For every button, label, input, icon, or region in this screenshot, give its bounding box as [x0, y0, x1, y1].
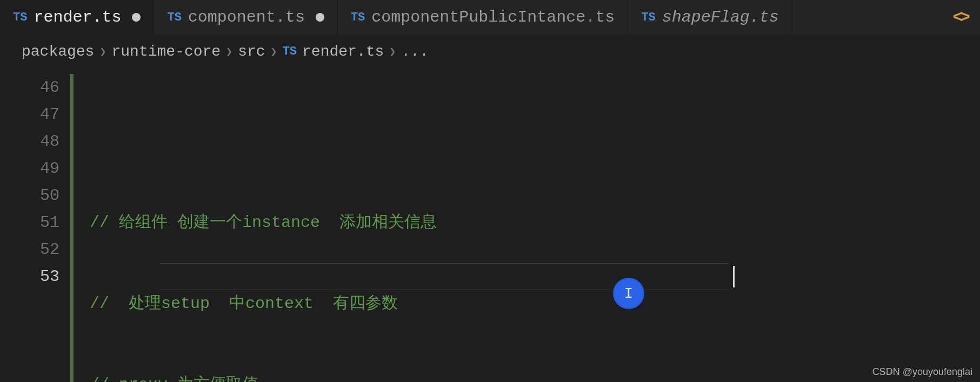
chevron-right-icon: ❯	[389, 45, 396, 58]
tab-label: shapeFlag.ts	[662, 8, 779, 26]
chevron-right-icon: ❯	[99, 45, 106, 58]
code-line: // 给组件 创建一个instance 添加相关信息	[90, 213, 437, 232]
line-number: 53	[0, 263, 59, 290]
breadcrumb-file[interactable]: render.ts	[302, 43, 384, 60]
tab-render[interactable]: TS render.ts	[0, 0, 154, 35]
tab-component[interactable]: TS component.ts	[154, 0, 337, 35]
ts-icon: TS	[283, 45, 297, 58]
text-caret	[733, 266, 735, 287]
code-line: // proxy 为方便取值	[90, 376, 258, 382]
chevron-right-icon: ❯	[271, 45, 277, 58]
line-number: 49	[0, 155, 59, 182]
modified-dot-icon	[316, 13, 324, 22]
line-number: 48	[0, 128, 59, 155]
breadcrumb-part[interactable]: src	[238, 43, 265, 60]
line-number: 47	[0, 101, 59, 128]
breadcrumb[interactable]: packages ❯ runtime-core ❯ src ❯ TS rende…	[0, 35, 980, 69]
chevron-right-icon: ❯	[226, 45, 232, 58]
breadcrumb-part[interactable]: runtime-core	[111, 43, 221, 60]
line-number: 46	[0, 74, 59, 101]
tab-label: componentPublicIntance.ts	[371, 8, 615, 26]
ts-icon: TS	[641, 11, 655, 24]
ts-icon: TS	[13, 11, 27, 24]
ts-icon: TS	[351, 11, 365, 24]
cursor-highlight-icon: I	[613, 278, 644, 309]
line-number: 51	[0, 209, 59, 236]
code-area[interactable]: // 给组件 创建一个instance 添加相关信息 // 处理setup 中c…	[90, 74, 729, 382]
watermark: CSDN @youyoufenglai	[872, 366, 972, 378]
breadcrumb-part[interactable]: packages	[22, 43, 94, 60]
code-tag-icon[interactable]: <>	[953, 8, 967, 28]
tab-label: component.ts	[188, 8, 305, 26]
modified-dot-icon	[132, 13, 141, 22]
line-number: 50	[0, 182, 59, 209]
editor[interactable]: 46 47 48 49 50 51 52 53 // 给组件 创建一个insta…	[0, 69, 980, 382]
tab-bar: TS render.ts TS component.ts TS componen…	[0, 0, 980, 35]
breadcrumb-more[interactable]: ...	[401, 43, 428, 60]
ts-icon: TS	[167, 11, 181, 24]
tab-component-public-instance[interactable]: TS componentPublicIntance.ts	[338, 0, 628, 35]
tab-actions: <>	[940, 0, 980, 35]
tab-shapeflag[interactable]: TS shapeFlag.ts	[628, 0, 792, 35]
line-number: 52	[0, 236, 59, 263]
line-gutter: 46 47 48 49 50 51 52 53	[0, 74, 70, 382]
tab-label: render.ts	[34, 8, 121, 26]
code-line: // 处理setup 中context 有四参数	[90, 294, 398, 313]
git-gutter-bar	[70, 74, 74, 382]
